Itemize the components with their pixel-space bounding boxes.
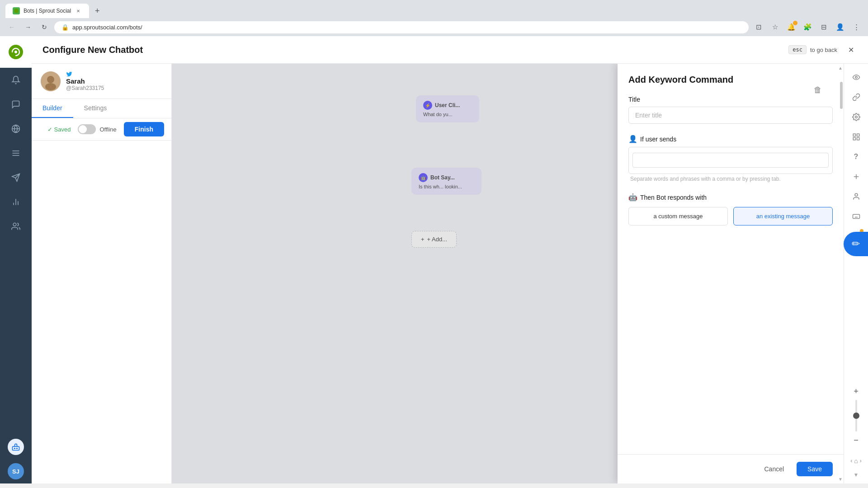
zoom-in-button[interactable]: + (850, 385, 863, 398)
response-options: a custom message an existing message (628, 207, 833, 225)
address-bar[interactable]: 🔒 app.sproutsocial.com/bots/ (54, 21, 749, 33)
modal-overlay[interactable]: ▲ ▼ Add Keyword Command 🗑 Title (172, 64, 844, 483)
nav-left-arrow[interactable]: ‹ (850, 458, 852, 464)
cancel-button[interactable]: Cancel (757, 462, 791, 476)
svg-rect-28 (853, 215, 859, 219)
right-sidebar: ? ? + (844, 64, 868, 483)
keyword-input[interactable] (632, 153, 829, 168)
esc-badge: esc (788, 45, 807, 54)
nav-right-arrow[interactable]: › (860, 458, 862, 464)
keyword-input-wrapper[interactable] (628, 147, 833, 174)
bot-response-icon: 🤖 (628, 193, 637, 202)
save-button[interactable]: Save (797, 462, 833, 476)
zoom-out-button[interactable]: − (850, 434, 863, 446)
profile-name: Sarah (66, 77, 162, 85)
modal-footer: Cancel Save (618, 454, 844, 483)
modal-scroll-area[interactable]: Add Keyword Command 🗑 Title (618, 64, 844, 454)
svg-point-27 (855, 193, 858, 196)
right-sidebar-grid-icon[interactable] (848, 129, 864, 145)
builder-area: Sarah @Sarah233175 Builder Settings ✓ Sa… (32, 64, 868, 483)
esc-hint-text: to go back (810, 47, 837, 53)
cast-icon[interactable]: ⊡ (752, 21, 765, 33)
new-tab-button[interactable]: + (91, 5, 104, 17)
tab-settings[interactable]: Settings (73, 99, 118, 118)
modal-title: Add Keyword Command (628, 75, 833, 85)
extensions-icon[interactable]: 🧩 (801, 21, 814, 33)
split-screen-icon[interactable]: ⊟ (817, 21, 830, 33)
sidebar-item-users[interactable] (0, 214, 32, 239)
svg-point-0 (14, 9, 19, 13)
right-sidebar-link-icon[interactable] (848, 89, 864, 105)
back-button[interactable]: ← (5, 21, 18, 33)
menu-icon[interactable]: ⋮ (850, 21, 863, 33)
user-icon: 👤 (628, 135, 637, 143)
app-logo[interactable] (0, 36, 32, 68)
sidebar-item-publish[interactable] (0, 165, 32, 190)
delete-button[interactable]: 🗑 (814, 85, 822, 95)
svg-rect-24 (857, 138, 859, 140)
left-panel: Sarah @Sarah233175 Builder Settings ✓ Sa… (32, 64, 172, 483)
sidebar-item-messages[interactable] (0, 92, 32, 117)
notification-dot (793, 21, 797, 25)
response-label: 🤖 Then Bot responds with (628, 193, 833, 202)
tabs-bar: Builder Settings (32, 99, 171, 118)
title-section: Title (628, 96, 833, 124)
extension-notification-icon[interactable]: 🔔 (785, 21, 797, 33)
profile-icon[interactable]: 👤 (834, 21, 846, 33)
finish-button[interactable]: Finish (124, 122, 164, 136)
sidebar-item-bots[interactable] (0, 435, 32, 459)
saved-text: Saved (54, 126, 71, 133)
saved-indicator: ✓ Saved (47, 126, 71, 133)
compose-fab-button[interactable]: ✏ (844, 232, 868, 256)
tab-close-button[interactable]: ✕ (75, 7, 82, 14)
if-user-sends-label: 👤 If user sends (628, 135, 833, 143)
right-sidebar-settings-icon[interactable] (848, 109, 864, 125)
then-bot-responds-section: 🤖 Then Bot responds with a custom messag… (628, 193, 833, 225)
if-user-sends-section: 👤 If user sends Separate words and phras… (628, 135, 833, 182)
status-bar: ✓ Saved Offline Finish (32, 118, 171, 141)
left-sidebar: SJ (0, 36, 32, 483)
esc-hint: esc to go back (788, 45, 837, 54)
right-sidebar-person-icon[interactable] (848, 188, 864, 205)
existing-message-button[interactable]: an existing message (733, 207, 833, 225)
nav-down-arrow[interactable]: ▼ (854, 472, 859, 478)
profile-section: Sarah @Sarah233175 (32, 64, 171, 99)
nav-arrows: ‹ ⌂ › (850, 457, 861, 465)
svg-point-20 (855, 116, 857, 118)
svg-rect-23 (853, 138, 855, 140)
zoom-slider[interactable] (855, 398, 857, 434)
url-text: app.sproutsocial.com/bots/ (72, 24, 142, 31)
right-sidebar-add-icon[interactable] (848, 169, 864, 185)
keyword-hint: Separate words and phrases with a comma … (628, 176, 833, 182)
profile-avatar (41, 71, 61, 91)
right-sidebar-keyboard-icon[interactable] (848, 208, 864, 225)
custom-message-button[interactable]: a custom message (628, 207, 728, 225)
right-sidebar-help-icon[interactable]: ? (848, 149, 864, 165)
sidebar-avatar-sj[interactable]: SJ (0, 459, 32, 483)
svg-point-18 (45, 83, 56, 90)
canvas-area[interactable]: ⚡ User Cli... What do yu... 🤖 Bot Say...… (172, 64, 844, 483)
title-input[interactable] (628, 107, 833, 124)
svg-point-1 (14, 51, 17, 53)
scroll-up-arrow[interactable]: ▲ (838, 66, 843, 70)
svg-rect-22 (857, 134, 859, 136)
forward-button[interactable]: → (22, 21, 34, 33)
sidebar-item-menu[interactable] (0, 141, 32, 165)
sidebar-item-analytics[interactable] (0, 190, 32, 214)
app-header: Configure New Chatbot esc to go back ✕ (32, 36, 868, 64)
right-sidebar-view-icon[interactable] (848, 69, 864, 85)
scroll-down-arrow[interactable]: ▼ (838, 477, 843, 482)
sidebar-item-links[interactable] (0, 117, 32, 141)
nav-home-button[interactable]: ⌂ (854, 457, 858, 465)
checkmark-icon: ✓ (47, 126, 52, 133)
bookmark-icon[interactable]: ☆ (769, 21, 781, 33)
browser-tab[interactable]: Bots | Sprout Social ✕ (5, 4, 89, 18)
refresh-button[interactable]: ↻ (38, 21, 51, 33)
offline-toggle: Offline (78, 124, 116, 134)
close-button[interactable]: ✕ (844, 43, 857, 56)
title-label: Title (628, 96, 833, 103)
tab-builder[interactable]: Builder (32, 99, 73, 118)
zoom-track (855, 400, 857, 432)
sidebar-item-notifications[interactable] (0, 68, 32, 92)
toggle-switch[interactable] (78, 124, 96, 134)
